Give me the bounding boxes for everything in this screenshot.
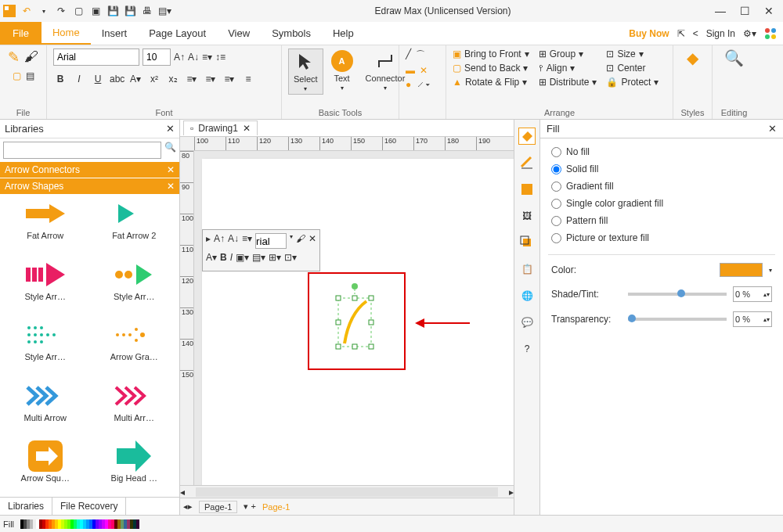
mini-color-icon[interactable]: A▾ — [206, 252, 217, 268]
rotate-flip-button[interactable]: ▲Rotate & Flip ▾ — [453, 77, 529, 88]
brush-icon[interactable]: 🖌 — [24, 49, 38, 66]
align-right-icon[interactable]: ≡▾ — [222, 74, 236, 84]
line-shape-icon[interactable]: ╱ — [406, 49, 411, 62]
line-spacing-icon[interactable]: ↕≡ — [215, 52, 226, 63]
bullet-list-icon[interactable]: ≡▾ — [202, 52, 212, 63]
mini-font-dec-icon[interactable]: A↓ — [228, 233, 239, 249]
fill-tool-icon[interactable] — [518, 128, 536, 145]
send-to-back-button[interactable]: ▢Send to Back ▾ — [453, 63, 529, 74]
pattern-fill-radio[interactable]: Pattern fill — [551, 215, 772, 226]
protect-button[interactable]: 🔒Protect ▾ — [606, 77, 659, 88]
transparency-value-input[interactable]: 0 %▴▾ — [733, 311, 772, 327]
picture-fill-radio[interactable]: Picture or texture fill — [551, 232, 772, 243]
underline-icon[interactable]: U — [91, 74, 105, 84]
mini-fill-icon[interactable]: ▣▾ — [236, 252, 249, 268]
mini-italic-icon[interactable]: I — [230, 252, 233, 268]
doc-close-icon[interactable]: ✕ — [243, 123, 251, 134]
new-icon[interactable]: ▢ — [72, 5, 85, 17]
selected-shape[interactable] — [335, 282, 374, 353]
canvas[interactable]: ▸ A↑ A↓ ≡▾ ▾ 🖌 ✕ A▾ B I ▣▾ ▤▾ — [194, 151, 514, 485]
buy-now-link[interactable]: Buy Now — [629, 28, 669, 39]
superscript-icon[interactable]: x² — [147, 74, 161, 84]
italic-icon[interactable]: I — [72, 74, 86, 84]
mini-select-icon[interactable]: ▸ — [206, 233, 211, 249]
clipboard-dropdown-icon[interactable]: ▤ — [26, 70, 34, 81]
text-tool[interactable]: A Text ▾ — [327, 49, 358, 93]
rect-shape-icon[interactable]: ▬ — [406, 65, 415, 76]
select-tool[interactable]: Select ▾ — [288, 49, 323, 95]
tab-help[interactable]: Help — [322, 22, 365, 45]
print-icon[interactable]: 🖶 — [141, 5, 153, 17]
open-icon[interactable]: ▣ — [89, 5, 102, 17]
mini-font-inc-icon[interactable]: A↑ — [214, 233, 225, 249]
shadow-tool-icon[interactable] — [518, 181, 536, 198]
lib-category-arrow-connectors[interactable]: Arrow Connectors✕ — [0, 162, 179, 178]
font-size-input[interactable] — [143, 49, 171, 66]
more-icon[interactable]: ▤▾ — [158, 5, 171, 17]
shade-value-input[interactable]: 0 %▴▾ — [733, 286, 772, 302]
highlight-icon[interactable]: A▾ — [128, 74, 143, 84]
globe-tool-icon[interactable]: 🌐 — [518, 287, 536, 304]
tab-insert[interactable]: Insert — [91, 22, 139, 45]
curve-shape-icon[interactable]: ⟋▾ — [416, 79, 430, 90]
clipboard-tool-icon[interactable]: 📋 — [518, 261, 536, 278]
mini-close-icon[interactable]: ✕ — [309, 233, 316, 249]
no-fill-radio[interactable]: No fill — [551, 146, 772, 157]
distribute-button[interactable]: ⊞Distribute ▾ — [539, 77, 597, 88]
page-tab-status[interactable]: Page-1 — [199, 501, 237, 513]
styles-icon[interactable]: ◆ — [687, 49, 698, 67]
lib-category-arrow-shapes[interactable]: Arrow Shapes✕ — [0, 178, 179, 195]
lib-item-arrow-gra[interactable]: Arrow Gra… — [92, 319, 177, 372]
lib-item-multi-arr-2[interactable]: Multi Arr… — [92, 380, 177, 433]
mini-brush-icon[interactable]: 🖌 — [296, 233, 305, 249]
lib-item-multi-arrow[interactable]: Multi Arrow — [3, 380, 88, 433]
lib-item-big-head[interactable]: Big Head … — [92, 440, 177, 494]
align-left-icon[interactable]: ≡▾ — [185, 74, 199, 84]
ellipse-shape-icon[interactable]: ● — [406, 79, 411, 90]
share-icon[interactable]: ⇱ — [677, 28, 685, 39]
font-name-input[interactable] — [53, 49, 139, 66]
tab-page-layout[interactable]: Page Layout — [138, 22, 217, 45]
minimize-icon[interactable]: — — [715, 5, 726, 17]
group-button[interactable]: ⊞Group ▾ — [539, 49, 597, 59]
line-tool-icon[interactable] — [518, 154, 536, 171]
size-button[interactable]: ⊡Size ▾ — [606, 49, 659, 59]
tab-symbols[interactable]: Symbols — [261, 22, 322, 45]
shade-slider[interactable] — [628, 293, 727, 296]
mini-bold-icon[interactable]: B — [220, 252, 227, 268]
settings-icon[interactable]: ⚙▾ — [743, 28, 756, 39]
help-tool-icon[interactable]: ? — [518, 340, 536, 358]
format-painter-icon[interactable]: ✎ — [8, 49, 20, 66]
comment-tool-icon[interactable]: 💬 — [518, 314, 536, 331]
increase-font-icon[interactable]: A↑ — [174, 52, 185, 63]
bring-to-front-button[interactable]: ▣Bring to Front ▾ — [453, 49, 529, 59]
libraries-close-icon[interactable]: ✕ — [166, 123, 175, 135]
search-icon[interactable]: 🔍 — [164, 142, 176, 159]
image-tool-icon[interactable]: 🖼 — [518, 207, 536, 225]
color-swatch[interactable] — [720, 263, 763, 277]
maximize-icon[interactable]: ☐ — [740, 5, 750, 17]
cross-shape-icon[interactable]: ✕ — [420, 65, 428, 76]
lib-item-style-arr-2[interactable]: Style Arr… — [92, 259, 177, 312]
tab-home[interactable]: Home — [41, 22, 91, 45]
mini-line-icon[interactable]: ▤▾ — [252, 252, 265, 268]
lib-item-fat-arrow-2[interactable]: Fat Arrow 2 — [92, 198, 177, 251]
file-menu[interactable]: File — [0, 22, 41, 45]
gradient-fill-radio[interactable]: Gradient fill — [551, 181, 772, 192]
lib-item-fat-arrow[interactable]: Fat Arrow — [3, 198, 88, 251]
editing-icon[interactable]: 🔍 — [724, 49, 744, 67]
libraries-tab[interactable]: Libraries — [0, 498, 52, 515]
lib-item-style-arr-3[interactable]: Style Arr… — [3, 319, 88, 372]
undo-icon[interactable]: ↶ — [20, 5, 33, 17]
strikethrough-icon[interactable]: abc — [110, 74, 124, 84]
decrease-font-icon[interactable]: A↓ — [188, 52, 199, 63]
close-icon[interactable]: ✕ — [764, 5, 774, 17]
horizontal-scrollbar[interactable]: ◂▸ — [180, 485, 514, 498]
single-gradient-radio[interactable]: Single color gradient fill — [551, 198, 772, 209]
color-palette[interactable] — [20, 519, 139, 529]
justify-icon[interactable]: ≡ — [241, 74, 255, 84]
align-center-icon[interactable]: ≡▾ — [204, 74, 218, 84]
mini-align-icon[interactable]: ⊞▾ — [269, 252, 281, 268]
floating-toolbar[interactable]: ▸ A↑ A↓ ≡▾ ▾ 🖌 ✕ A▾ B I ▣▾ ▤▾ — [202, 229, 320, 271]
tab-view[interactable]: View — [217, 22, 261, 45]
